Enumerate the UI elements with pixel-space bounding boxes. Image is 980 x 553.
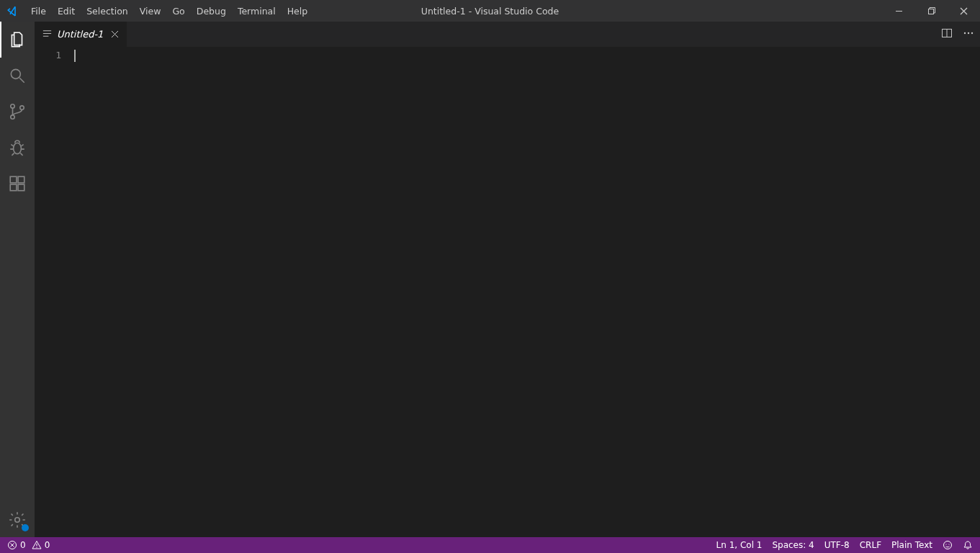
svg-rect-11 xyxy=(10,184,17,191)
menu-selection[interactable]: Selection xyxy=(81,0,134,22)
activity-debug[interactable] xyxy=(0,130,35,166)
menu-view[interactable]: View xyxy=(134,0,167,22)
svg-point-8 xyxy=(20,106,24,109)
title-bar: File Edit Selection View Go Debug Termin… xyxy=(0,0,980,22)
extensions-icon xyxy=(8,174,27,193)
status-problems[interactable]: 0 0 xyxy=(7,540,50,550)
menu-debug[interactable]: Debug xyxy=(191,0,232,22)
tab-label: Untitled-1 xyxy=(57,29,103,40)
split-editor-icon[interactable] xyxy=(941,27,953,42)
main-area: Untitled-1 1 xyxy=(0,22,980,537)
svg-point-24 xyxy=(971,32,973,33)
bug-icon xyxy=(8,138,27,157)
git-branch-icon xyxy=(8,102,27,121)
editor-content[interactable] xyxy=(74,47,980,537)
svg-rect-1 xyxy=(929,9,934,14)
svg-line-5 xyxy=(19,78,24,83)
status-indentation[interactable]: Spaces: 4 xyxy=(772,540,814,550)
maximize-button[interactable] xyxy=(915,0,948,22)
editor-body[interactable]: 1 xyxy=(35,47,980,537)
status-notifications[interactable] xyxy=(963,540,973,550)
activity-extensions[interactable] xyxy=(0,166,35,202)
svg-point-23 xyxy=(968,32,969,33)
svg-point-30 xyxy=(944,541,952,549)
activity-source-control[interactable] xyxy=(0,94,35,130)
warning-count: 0 xyxy=(45,540,50,550)
status-bar: 0 0 Ln 1, Col 1 Spaces: 4 UTF-8 CRLF Pla… xyxy=(0,537,980,553)
svg-point-29 xyxy=(36,547,37,548)
files-icon xyxy=(8,30,27,49)
line-number: 1 xyxy=(35,50,61,60)
activity-explorer[interactable] xyxy=(0,22,35,58)
menu-terminal[interactable]: Terminal xyxy=(232,0,282,22)
status-feedback[interactable] xyxy=(943,540,953,550)
menu-help[interactable]: Help xyxy=(282,0,314,22)
feedback-icon xyxy=(943,540,953,550)
tab-close-icon[interactable] xyxy=(110,30,120,39)
activity-settings[interactable] xyxy=(0,503,35,537)
warning-icon xyxy=(32,540,42,550)
error-icon xyxy=(7,540,17,550)
text-cursor xyxy=(74,50,76,62)
svg-point-14 xyxy=(15,518,20,523)
svg-point-7 xyxy=(11,115,14,119)
menu-bar: File Edit Selection View Go Debug Termin… xyxy=(25,0,313,22)
window-controls xyxy=(883,0,980,22)
menu-go[interactable]: Go xyxy=(166,0,190,22)
editor-tabs: Untitled-1 xyxy=(35,22,980,47)
status-cursor-position[interactable]: Ln 1, Col 1 xyxy=(716,540,763,550)
status-eol[interactable]: CRLF xyxy=(860,540,881,550)
activity-bar xyxy=(0,22,35,537)
close-button[interactable] xyxy=(948,0,980,22)
status-encoding[interactable]: UTF-8 xyxy=(824,540,850,550)
search-icon xyxy=(8,66,27,85)
file-text-icon xyxy=(42,28,53,41)
svg-rect-10 xyxy=(10,176,17,183)
tab-untitled-1[interactable]: Untitled-1 xyxy=(35,22,127,47)
minimize-button[interactable] xyxy=(883,0,915,22)
svg-point-32 xyxy=(948,544,949,544)
svg-rect-12 xyxy=(18,184,24,191)
svg-point-4 xyxy=(11,69,20,78)
settings-sync-badge-icon xyxy=(22,524,29,531)
svg-point-31 xyxy=(945,544,946,544)
svg-rect-13 xyxy=(18,176,24,183)
menu-edit[interactable]: Edit xyxy=(52,0,81,22)
line-number-gutter: 1 xyxy=(35,47,74,537)
menu-file[interactable]: File xyxy=(25,0,52,22)
svg-point-9 xyxy=(14,143,22,154)
error-count: 0 xyxy=(20,540,26,550)
vscode-logo-icon xyxy=(0,5,25,17)
editor-group: Untitled-1 1 xyxy=(35,22,980,537)
bell-icon xyxy=(963,540,973,550)
svg-point-6 xyxy=(11,104,14,108)
more-actions-icon[interactable] xyxy=(963,27,974,42)
editor-actions xyxy=(935,22,980,47)
status-language-mode[interactable]: Plain Text xyxy=(891,540,932,550)
svg-point-22 xyxy=(964,32,966,33)
activity-search[interactable] xyxy=(0,58,35,94)
